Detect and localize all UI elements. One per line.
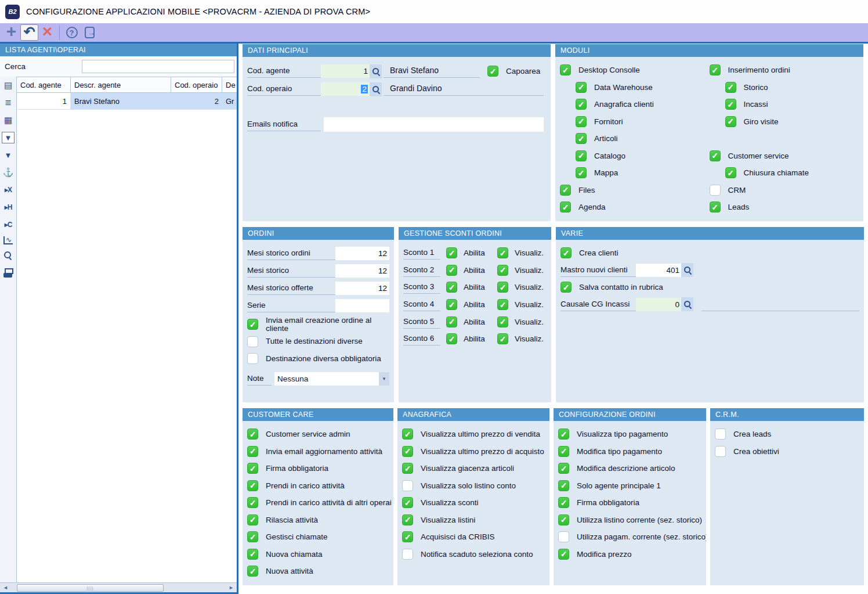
causale-lookup-button[interactable] [681,297,693,311]
checkbox[interactable] [247,336,258,347]
checkbox-item[interactable]: Acquisisci da CRIBIS [402,528,545,546]
visualiz-checkbox[interactable] [497,247,508,258]
visualiz-checkbox[interactable] [497,282,508,293]
checkbox-item[interactable]: Utilizza pagam. corrente (sez. storico) [558,528,701,546]
field-input[interactable] [335,282,389,295]
checkbox[interactable] [558,497,569,508]
cod-agente-field[interactable]: 1 [321,64,370,78]
capoarea-checkbox[interactable] [487,66,498,77]
column-header[interactable]: Cod. agente [17,77,71,92]
checkbox[interactable] [576,116,587,127]
scroll-thumb[interactable] [17,584,164,592]
checkbox[interactable] [560,64,571,75]
checkbox-item[interactable]: Files [560,182,710,199]
checkbox[interactable] [558,531,569,542]
checkbox-item[interactable]: Firma obbligatoria [247,460,389,477]
checkbox[interactable] [402,446,413,457]
mastro-lookup-button[interactable] [681,263,693,277]
scroll-right-icon[interactable]: ► [229,585,234,591]
checkbox-item[interactable]: Modifica descrizione articolo [558,460,701,477]
checkbox-item[interactable]: Mappa [576,164,710,182]
abilita-checkbox[interactable] [446,282,457,293]
checkbox[interactable] [710,64,721,75]
checkbox[interactable] [247,463,258,474]
checkbox[interactable] [402,514,413,525]
checkbox-item[interactable]: Leads [710,199,859,216]
checkbox-item[interactable]: Visualizza ultimo prezzo di acquisto [402,443,545,460]
visualiz-checkbox[interactable] [497,316,508,327]
checkbox-item[interactable]: Incassi [725,96,859,113]
checkbox[interactable] [402,463,413,474]
search-input[interactable] [82,60,234,73]
checkbox[interactable] [402,429,413,440]
checkbox-item[interactable]: Visualizza giacenza articoli [402,460,545,477]
print-preview-icon[interactable] [2,250,15,262]
checkbox-item[interactable]: Visualizza tipo pagamento [558,426,701,443]
abilita-checkbox[interactable] [446,265,457,276]
checkbox[interactable] [247,429,258,440]
visualiz-checkbox[interactable] [497,265,508,276]
checkbox[interactable] [710,185,721,196]
checkbox[interactable] [247,319,258,330]
checkbox-item[interactable]: Modifica prezzo [558,546,701,563]
list-icon[interactable]: ≡ [2,97,15,109]
checkbox-item[interactable]: Nuova chiamata [247,546,389,563]
visualiz-checkbox[interactable] [497,333,508,344]
checkbox[interactable] [247,566,258,577]
salva-contatto-checkbox[interactable] [560,282,572,293]
checkbox[interactable] [725,116,736,127]
export-x-icon[interactable]: ▸X [2,184,15,196]
checkbox[interactable] [247,497,258,508]
mastro-field[interactable]: 401 [636,264,681,277]
checkbox[interactable] [558,480,569,491]
field-input[interactable] [335,247,389,260]
checkbox[interactable] [576,99,587,110]
checkbox-item[interactable]: Solo agente principale 1 [558,477,701,495]
abilita-checkbox[interactable] [446,316,457,327]
checkbox-item[interactable]: Desktop Consolle [560,62,710,79]
checkbox[interactable] [247,446,258,457]
checkbox[interactable] [247,514,258,525]
checkbox[interactable] [402,480,413,491]
column-header[interactable]: De [222,77,237,92]
field-input[interactable] [335,299,389,312]
visualiz-checkbox[interactable] [497,299,508,310]
checkbox-item[interactable]: Notifica scaduto seleziona conto [402,546,545,563]
checkbox[interactable] [558,429,569,440]
checkbox[interactable] [247,353,258,364]
checkbox-item[interactable]: Articoli [576,130,710,147]
cod-operaio-field[interactable]: 2 [321,82,370,96]
checkbox-item[interactable]: Prendi in carico attività di altri opera… [247,494,389,512]
checkbox-item[interactable]: Storico [725,79,859,96]
filter-icon[interactable]: ▼ [2,149,15,161]
checkbox[interactable] [558,463,569,474]
dropdown-arrow-icon[interactable] [379,372,389,386]
checkbox-item[interactable]: Customer service admin [247,426,389,443]
checkbox-item[interactable]: Prendi in carico attività [247,477,389,495]
checkbox-item[interactable]: Fornitori [576,113,710,131]
horizontal-scrollbar[interactable]: ◄ ► [0,582,237,592]
crea-clienti-checkbox[interactable] [560,247,572,258]
column-header[interactable]: Descr. agente [71,77,171,92]
checkbox-item[interactable]: Anagrafica clienti [576,96,710,113]
checkbox-item[interactable]: Customer service [710,147,859,165]
checkbox-item[interactable]: Visualizza sconti [402,494,545,512]
checkbox-item[interactable]: Giro visite [725,113,859,131]
toolbar-button[interactable]: + [2,24,20,41]
checkbox-item[interactable]: Invia email creazione ordine al cliente [247,316,389,333]
checkbox[interactable] [402,549,413,560]
checkbox-item[interactable]: Visualizza listini [402,512,545,529]
checkbox-item[interactable]: Modifica tipo pagamento [558,443,701,460]
checkbox[interactable] [576,150,587,161]
checkbox[interactable] [247,531,258,542]
checkbox-item[interactable]: Invia email aggiornamento attività [247,443,389,460]
export-h-icon[interactable]: ▸H [2,201,15,213]
checkbox[interactable] [560,185,571,196]
cod-agente-lookup-button[interactable] [370,64,382,78]
checkbox[interactable] [715,429,726,440]
checkbox[interactable] [710,201,721,213]
toolbar-button[interactable]: → [81,24,99,41]
checkbox[interactable] [558,446,569,457]
checkbox[interactable] [725,99,736,110]
checkbox[interactable] [576,133,587,144]
